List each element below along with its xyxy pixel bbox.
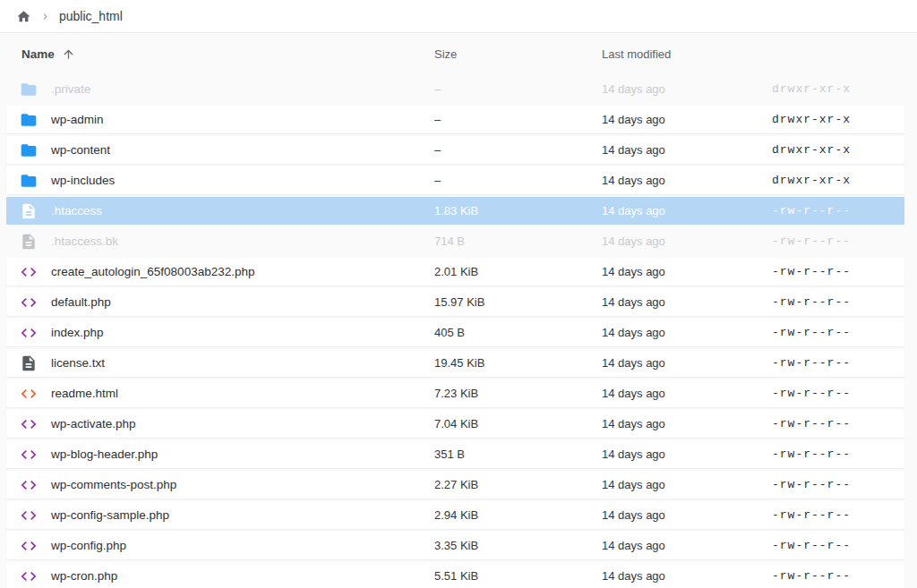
file-modified: 14 days ago <box>602 234 772 248</box>
file-size: 351 B <box>434 447 602 461</box>
file-size: 7.23 KiB <box>434 387 602 400</box>
file-modified: 14 days ago <box>602 569 772 583</box>
table-row[interactable]: create_autologin_65f08003ab232.php 2.01 … <box>6 258 904 285</box>
file-icon <box>20 233 38 251</box>
file-name-cell: .private <box>6 81 434 98</box>
table-row[interactable]: .private – 14 days ago drwxr-xr-x <box>6 75 904 103</box>
code-icon <box>20 415 38 433</box>
folder-icon <box>20 111 38 129</box>
table-row[interactable]: wp-admin – 14 days ago drwxr-xr-x <box>6 106 904 133</box>
file-permissions: -rw-r--r-- <box>772 234 904 248</box>
file-permissions: -rw-r--r-- <box>772 539 904 552</box>
breadcrumb-item-public-html[interactable]: public_html <box>59 9 123 23</box>
file-size: 5.51 KiB <box>434 569 602 583</box>
table-row[interactable]: readme.html 7.23 KiB 14 days ago -rw-r--… <box>6 379 904 407</box>
file-name: wp-cron.php <box>51 569 117 583</box>
code-icon <box>20 324 38 342</box>
file-name-cell: index.php <box>6 324 434 342</box>
file-modified: 14 days ago <box>602 174 772 187</box>
file-name: wp-comments-post.php <box>51 478 176 491</box>
file-icon <box>20 354 38 372</box>
file-name-cell: wp-config.php <box>6 537 434 555</box>
file-name-cell: license.txt <box>6 354 434 372</box>
table-row[interactable]: wp-content – 14 days ago drwxr-xr-x <box>6 136 904 164</box>
table-row[interactable]: wp-config.php 3.35 KiB 14 days ago -rw-r… <box>6 532 904 559</box>
file-size: 15.97 KiB <box>434 295 602 309</box>
column-header-size[interactable]: Size <box>434 47 602 61</box>
table-row[interactable]: wp-blog-header.php 351 B 14 days ago -rw… <box>6 440 904 468</box>
table-row[interactable]: wp-cron.php 5.51 KiB 14 days ago -rw-r--… <box>6 562 904 588</box>
file-modified: 14 days ago <box>602 265 772 278</box>
file-name: wp-includes <box>51 174 115 187</box>
file-table-body: .private – 14 days ago drwxr-xr-x wp-adm… <box>6 75 904 588</box>
file-name-cell: wp-cron.php <box>6 567 434 585</box>
folder-icon <box>20 141 38 159</box>
breadcrumb: public_html <box>0 0 917 33</box>
file-modified: 14 days ago <box>602 417 772 430</box>
home-icon[interactable] <box>16 9 31 24</box>
code-icon <box>20 537 38 555</box>
file-name: .htaccess <box>51 204 102 217</box>
file-modified: 14 days ago <box>602 204 772 217</box>
file-modified: 14 days ago <box>602 113 772 126</box>
file-modified: 14 days ago <box>602 447 772 461</box>
file-name-cell: wp-includes <box>6 172 434 190</box>
file-size: 1.83 KiB <box>434 204 602 217</box>
file-name: license.txt <box>51 356 105 370</box>
file-name-cell: create_autologin_65f08003ab232.php <box>6 263 434 281</box>
file-name: wp-admin <box>51 113 104 126</box>
file-size: – <box>434 174 602 187</box>
file-permissions: -rw-r--r-- <box>772 326 904 339</box>
file-permissions: -rw-r--r-- <box>772 387 904 400</box>
table-row[interactable]: license.txt 19.45 KiB 14 days ago -rw-r-… <box>6 349 904 377</box>
folder-icon <box>20 172 38 190</box>
column-header-name[interactable]: Name <box>21 47 434 61</box>
file-name: .private <box>51 82 90 96</box>
file-permissions: -rw-r--r-- <box>772 569 904 583</box>
file-name: wp-content <box>51 143 110 157</box>
column-header-name-label: Name <box>21 47 55 61</box>
file-size: 2.27 KiB <box>434 478 602 491</box>
table-row[interactable]: .htaccess 1.83 KiB 14 days ago -rw-r--r-… <box>6 197 904 225</box>
file-permissions: drwxr-xr-x <box>772 113 904 126</box>
file-permissions: -rw-r--r-- <box>772 204 904 217</box>
file-size: – <box>434 143 602 157</box>
table-row[interactable]: index.php 405 B 14 days ago -rw-r--r-- <box>6 319 904 346</box>
file-modified: 14 days ago <box>602 295 772 309</box>
code-icon <box>20 567 38 585</box>
folder-icon <box>20 81 38 98</box>
chevron-right-icon <box>39 11 51 22</box>
file-modified: 14 days ago <box>602 478 772 491</box>
table-row[interactable]: wp-comments-post.php 2.27 KiB 14 days ag… <box>6 471 904 499</box>
code-icon <box>20 294 38 311</box>
table-row[interactable]: .htaccess.bk 714 B 14 days ago -rw-r--r-… <box>6 227 904 255</box>
table-row[interactable]: default.php 15.97 KiB 14 days ago -rw-r-… <box>6 288 904 316</box>
table-row[interactable]: wp-includes – 14 days ago drwxr-xr-x <box>6 166 904 194</box>
file-name: readme.html <box>51 387 118 400</box>
code-icon <box>20 476 38 494</box>
file-name-cell: .htaccess.bk <box>6 233 434 251</box>
table-header: Name Size Last modified <box>0 33 917 75</box>
file-size: 7.04 KiB <box>434 417 602 430</box>
file-size: 2.01 KiB <box>434 265 602 278</box>
file-permissions: -rw-r--r-- <box>772 295 904 309</box>
file-modified: 14 days ago <box>602 326 772 339</box>
code-icon <box>20 446 38 464</box>
code-icon <box>20 507 38 524</box>
file-size: 3.35 KiB <box>434 539 602 552</box>
file-permissions: drwxr-xr-x <box>772 82 904 96</box>
file-size: 405 B <box>434 326 602 339</box>
file-size: – <box>434 113 602 126</box>
column-header-modified[interactable]: Last modified <box>602 47 772 61</box>
file-permissions: drwxr-xr-x <box>772 174 904 187</box>
file-name-cell: wp-admin <box>6 111 434 129</box>
file-permissions: -rw-r--r-- <box>772 417 904 430</box>
file-modified: 14 days ago <box>602 387 772 400</box>
table-row[interactable]: wp-activate.php 7.04 KiB 14 days ago -rw… <box>6 410 904 438</box>
file-name: .htaccess.bk <box>51 234 118 248</box>
file-name: create_autologin_65f08003ab232.php <box>51 265 254 278</box>
file-permissions: -rw-r--r-- <box>772 447 904 461</box>
file-permissions: -rw-r--r-- <box>772 508 904 522</box>
file-name-cell: readme.html <box>6 385 434 403</box>
table-row[interactable]: wp-config-sample.php 2.94 KiB 14 days ag… <box>6 501 904 529</box>
